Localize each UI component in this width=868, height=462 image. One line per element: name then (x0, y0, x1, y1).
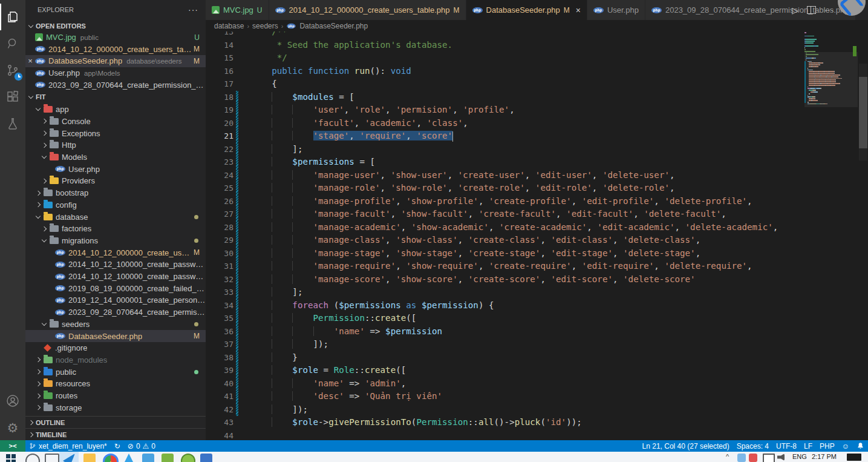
breadcrumb-part[interactable]: database (214, 22, 244, 30)
tab-2014-10-12-000000-create-users-table-php[interactable]: php2014_10_12_000000_create_users_table.… (269, 0, 466, 20)
terminal-app-icon[interactable] (162, 454, 174, 462)
modified-dot (194, 215, 198, 219)
tree-item-2014-10-12-000000-create-users-tab-[interactable]: php2014_10_12_000000_create_users_tab...… (25, 246, 206, 259)
line-number: 16 (206, 65, 233, 78)
open-editors-section-header[interactable]: OPEN EDITORS (25, 20, 206, 32)
tree-item-providers[interactable]: Providers (25, 175, 206, 187)
statusbar-indentation[interactable]: Spaces: 4 (733, 440, 772, 452)
tree-item-config[interactable]: config (25, 199, 206, 211)
statusbar-language-mode[interactable]: PHP (816, 440, 838, 452)
tree-item-exceptions[interactable]: Exceptions (25, 127, 206, 139)
token: 'delete-academic' (685, 222, 773, 232)
remote-indicator[interactable]: >< (0, 440, 25, 452)
tree-item-routes[interactable]: routes (25, 390, 206, 402)
problems-indicator[interactable]: ⊘ 0 ⚠ 0 (124, 440, 159, 452)
volume-icon[interactable] (777, 454, 785, 461)
explorer-icon[interactable] (0, 4, 25, 30)
notifications-bell-icon[interactable] (853, 440, 868, 452)
tray-expand-icon[interactable]: ^ (726, 453, 729, 460)
open-editor-item[interactable]: php2014_10_12_000000_create_users_table.… (25, 44, 206, 56)
search-taskbar-icon[interactable] (25, 454, 40, 462)
tree-item-node-modules[interactable]: node_modules (25, 354, 206, 366)
minimap-slider[interactable] (804, 52, 858, 107)
timeline-section-header[interactable]: TIMELINE (25, 428, 206, 440)
account-icon[interactable] (0, 388, 25, 414)
outline-section-header[interactable]: OUTLINE (25, 416, 206, 429)
file-explorer-icon[interactable] (83, 454, 96, 462)
php-file-icon: php (35, 70, 45, 76)
language-indicator[interactable]: ENG (792, 453, 807, 460)
statusbar-eol[interactable]: LF (800, 440, 816, 452)
tray-app-icon[interactable] (737, 454, 746, 462)
tree-item-databaseseeder-php[interactable]: phpDatabaseSeeder.phpM (25, 330, 206, 342)
tree-item-storage[interactable]: storage (25, 402, 206, 414)
tab-databaseseeder-php[interactable]: phpDatabaseSeeder.phpM× (466, 0, 587, 20)
tree-item-migrations[interactable]: migrations (25, 235, 206, 247)
tree-item-public[interactable]: public (25, 366, 206, 378)
token: , (385, 274, 396, 284)
tree-item-2014-10-12-100000-create-password-reset-[interactable]: php2014_10_12_100000_create_password_res… (25, 259, 206, 271)
breadcrumb[interactable]: database›seeders›phpDatabaseSeeder.php (206, 20, 868, 31)
breadcrumb-file[interactable]: DatabaseSeeder.php (299, 22, 368, 30)
project-section-header[interactable]: FIT (25, 91, 206, 103)
line-number: 30 (206, 247, 233, 260)
tree-item-2019-08-19-000000-create-failed-jobs-tabl-[interactable]: php2019_08_19_000000_create_failed_jobs_… (25, 283, 206, 295)
tree-item-factories[interactable]: factories (25, 223, 206, 235)
show-desktop-thumbnail[interactable] (847, 454, 861, 461)
extensions-icon[interactable] (0, 84, 25, 110)
sync-changes-button[interactable]: ↻ (111, 440, 124, 452)
tab-mvc-jpg[interactable]: MVC.jpgU (206, 0, 269, 20)
clock[interactable]: 2:17 PM (812, 453, 837, 460)
app-blue-icon[interactable] (200, 454, 212, 462)
chrome-icon[interactable] (103, 454, 119, 462)
tree-item-app[interactable]: app (25, 104, 206, 116)
indent-guide (292, 378, 313, 388)
more-actions-icon[interactable]: ··· (824, 5, 834, 15)
task-view-icon[interactable] (45, 454, 59, 462)
tab-user-php[interactable]: phpUser.php (587, 0, 645, 20)
tree-item-seeders[interactable]: seeders (25, 318, 206, 331)
open-editor-item[interactable]: ×phpDatabaseSeeder.phpdatabase\seedersM (25, 55, 206, 67)
tree-item-bootstrap[interactable]: bootstrap (25, 187, 206, 199)
run-code-icon[interactable]: ▷ (792, 5, 798, 15)
activity-bar: ⚙ (0, 0, 25, 440)
testing-icon[interactable] (0, 110, 25, 137)
token: , (747, 261, 752, 271)
start-button-icon[interactable] (6, 454, 16, 462)
tree-item-2019-12-14-000001-create-personal-acces-[interactable]: php2019_12_14_000001_create_personal_acc… (25, 294, 206, 306)
explorer-more-actions-icon[interactable]: ··· (188, 5, 198, 15)
tree-item-2014-10-12-100000-create-password-reset-[interactable]: php2014_10_12_100000_create_password_res… (25, 271, 206, 283)
search-icon[interactable] (0, 30, 25, 57)
close-icon[interactable]: × (25, 56, 35, 65)
tree-item-resources[interactable]: resources (25, 378, 206, 390)
open-editor-item[interactable]: MVC.jpgpublicU (25, 31, 206, 44)
tree-item--gitignore[interactable]: .gitignore (25, 342, 206, 354)
git-branch-item[interactable]: xet_diem_ren_luyen* (25, 440, 111, 452)
token: , (572, 196, 582, 206)
code-editor[interactable]: 13 /**14 * Seed the application's databa… (206, 31, 868, 440)
settings-gear-icon[interactable]: ⚙ (0, 414, 25, 441)
tree-item-http[interactable]: Http (25, 139, 206, 151)
open-editor-item[interactable]: php2023_09_28_070644_create_permission_t… (25, 79, 206, 91)
source-control-icon[interactable] (0, 57, 25, 84)
tree-item-user-php[interactable]: phpUser.php (25, 163, 206, 176)
app-window-icon[interactable] (142, 454, 154, 462)
tree-item-database[interactable]: database (25, 211, 206, 223)
uc-app-icon[interactable] (181, 454, 195, 462)
open-editor-item[interactable]: phpUser.phpapp\Models (25, 67, 206, 79)
token: 'create-profile' (489, 196, 572, 206)
app-triangle-icon[interactable] (123, 454, 135, 462)
tree-item-2023-09-28-070644-create-permission-tab-[interactable]: php2023_09_28_070644_create_permission_t… (25, 306, 206, 318)
tree-item-console[interactable]: Console (25, 116, 206, 128)
tray-monitor-icon[interactable] (763, 454, 775, 462)
token: :: (354, 365, 365, 375)
breadcrumb-part[interactable]: seeders (252, 22, 278, 30)
split-editor-icon[interactable] (807, 6, 816, 14)
statusbar-encoding[interactable]: UTF-8 (772, 440, 800, 452)
feedback-icon[interactable]: ☺ (838, 440, 853, 452)
close-icon[interactable]: × (576, 5, 581, 15)
tray-mail-icon[interactable] (749, 454, 757, 462)
statusbar-cursor-position[interactable]: Ln 21, Col 40 (27 selected) (639, 440, 733, 452)
scrollbar-thumb[interactable] (859, 77, 867, 148)
tree-item-models[interactable]: Models (25, 151, 206, 163)
